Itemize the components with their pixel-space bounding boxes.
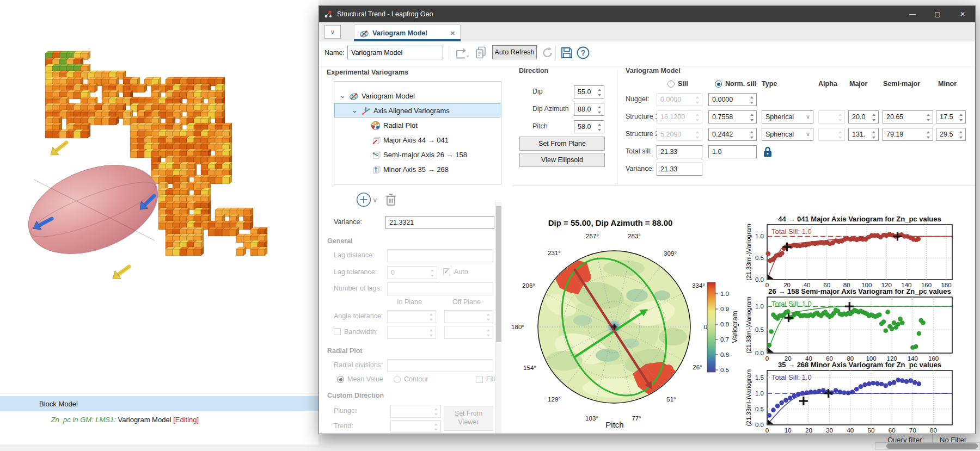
structure1-semi-major-field[interactable]: 20.65 bbox=[883, 110, 933, 123]
lag-tolerance-field: 0 bbox=[387, 266, 437, 279]
total-sill-field[interactable]: 21.33 bbox=[657, 145, 702, 158]
structure2-norm-field[interactable]: 0.2442 bbox=[708, 128, 757, 141]
tree-item-label[interactable]: Variogram Model bbox=[362, 92, 415, 100]
name-input[interactable] bbox=[347, 46, 443, 59]
structure2-semi-major-field[interactable]: 79.19 bbox=[883, 128, 933, 141]
sill-radio-label[interactable]: Sill bbox=[678, 80, 688, 88]
svg-text:100: 100 bbox=[866, 355, 876, 362]
set-from-plane-button[interactable]: Set From Plane bbox=[519, 137, 605, 151]
structure1-norm-field[interactable]: 0.7558 bbox=[708, 110, 757, 123]
nugget-norm-field[interactable]: 0.0000 bbox=[708, 93, 757, 106]
svg-text:44 → 041 Major Axis Variogram: 44 → 041 Major Axis Variogram for Zn_pc … bbox=[778, 215, 941, 223]
vertical-scrollbar-thumb[interactable] bbox=[496, 206, 501, 342]
structure2-major-field[interactable]: 131. bbox=[848, 128, 879, 141]
variogram-model-icon bbox=[359, 29, 369, 38]
mean-value-label: Mean Value bbox=[347, 375, 383, 383]
variance-field[interactable]: 21.3321 bbox=[385, 216, 494, 229]
add-dropdown-chevron-icon[interactable]: ∨ bbox=[372, 197, 378, 203]
number-of-lags-label: Number of lags: bbox=[334, 285, 382, 292]
norm-sill-radio[interactable] bbox=[715, 81, 722, 88]
svg-text:26°: 26° bbox=[693, 364, 702, 370]
structure1-type-dropdown[interactable]: Spherical∨ bbox=[762, 110, 813, 123]
svg-text:26 → 158 Semi-major Axis Vario: 26 → 158 Semi-major Axis Variogram for Z… bbox=[768, 287, 951, 295]
scene-item-label[interactable]: Block Model bbox=[39, 400, 78, 408]
radial-plot-section-header: Radial Plot bbox=[327, 347, 363, 355]
svg-text:0.6: 0.6 bbox=[720, 351, 729, 358]
view-ellipsoid-button[interactable]: View Ellipsoid bbox=[519, 153, 605, 167]
svg-text:(21.33ml-)Variogram: (21.33ml-)Variogram bbox=[745, 224, 752, 281]
scene-list-row-variogram[interactable]: Zn_pc in GM: LMS1: Variogram Model [Edit… bbox=[0, 411, 318, 428]
total-sill-label: Total sill: bbox=[626, 147, 652, 155]
svg-text:0: 0 bbox=[704, 324, 707, 330]
angle-tolerance-label: Angle tolerance: bbox=[334, 312, 383, 320]
tree-item-minor-axis[interactable]: Minor Axis 35 → 268 bbox=[371, 162, 449, 176]
lag-distance-label: Lag distance: bbox=[334, 251, 374, 259]
svg-text:0.5: 0.5 bbox=[720, 367, 729, 373]
tree-item-radial-plot[interactable]: Radial Plot bbox=[371, 118, 418, 132]
add-variogram-button[interactable] bbox=[356, 191, 372, 210]
svg-text:154°: 154° bbox=[523, 364, 536, 371]
in-plane-label: In Plane bbox=[397, 298, 422, 306]
tree-expander-icon[interactable]: ⌄ bbox=[352, 108, 358, 113]
tree-item-label[interactable]: Major Axis 44 → 041 bbox=[383, 136, 449, 144]
total-norm-sill-field[interactable]: 1.0 bbox=[708, 145, 757, 158]
tree-item-label[interactable]: Semi-major Axis 26 → 158 bbox=[383, 151, 467, 159]
svg-text:206°: 206° bbox=[522, 282, 535, 289]
horizontal-scrollbar-track[interactable] bbox=[875, 442, 980, 450]
svg-text:0.7: 0.7 bbox=[720, 336, 729, 343]
svg-text:140: 140 bbox=[901, 282, 911, 288]
svg-text:1.0: 1.0 bbox=[755, 303, 764, 310]
tab-list-dropdown-button[interactable]: ∨ bbox=[324, 25, 341, 39]
dip-azimuth-field[interactable]: 88.0 bbox=[574, 103, 604, 116]
structure2-type-dropdown[interactable]: Spherical∨ bbox=[762, 128, 813, 141]
tree-item-label[interactable]: Axis Aligned Variograms bbox=[373, 107, 450, 115]
variance-label: Variance: bbox=[334, 218, 362, 226]
svg-text:1.0: 1.0 bbox=[755, 233, 764, 239]
maximize-button[interactable]: ▢ bbox=[925, 6, 950, 22]
vertical-scrollbar-track[interactable] bbox=[495, 202, 501, 434]
dialog-titlebar[interactable]: Structural Trend - Leapfrog Geo — ▢ ✕ bbox=[319, 6, 975, 22]
contour-radio bbox=[394, 376, 401, 383]
svg-text:Total Sill: 1.0: Total Sill: 1.0 bbox=[771, 300, 812, 308]
structure1-minor-field[interactable]: 17.5 bbox=[936, 110, 966, 123]
structure1-major-field[interactable]: 20.0 bbox=[848, 110, 879, 123]
close-button[interactable]: ✕ bbox=[950, 6, 975, 22]
undo-icon[interactable] bbox=[540, 45, 555, 63]
lag-distance-field bbox=[387, 249, 493, 262]
norm-sill-radio-label[interactable]: Norm. sill bbox=[725, 80, 756, 88]
export-icon[interactable] bbox=[454, 46, 469, 62]
tree-item-variogram-model[interactable]: ⌄ Variogram Model bbox=[340, 89, 415, 103]
tree-item-axis-aligned-variograms[interactable]: ⌄ Axis Aligned Variograms bbox=[352, 103, 450, 118]
sill-radio[interactable] bbox=[667, 81, 675, 88]
tree-item-label[interactable]: Radial Plot bbox=[383, 121, 418, 129]
tree-item-label[interactable]: Minor Axis 35 → 268 bbox=[383, 165, 449, 174]
save-icon[interactable] bbox=[559, 45, 574, 63]
dip-field[interactable]: 55.0 bbox=[574, 85, 604, 98]
svg-text:60: 60 bbox=[889, 427, 896, 434]
help-icon[interactable]: ? bbox=[575, 45, 591, 63]
svg-text:180: 180 bbox=[941, 282, 951, 288]
minimize-button[interactable]: — bbox=[900, 6, 925, 22]
svg-text:140: 140 bbox=[908, 355, 918, 362]
general-section-header: General bbox=[327, 237, 353, 245]
svg-text:40: 40 bbox=[804, 282, 811, 288]
svg-text:100: 100 bbox=[861, 282, 872, 288]
lock-icon[interactable] bbox=[762, 146, 773, 160]
tree-item-semi-major-axis[interactable]: Semi-major Axis 26 → 158 bbox=[371, 147, 467, 162]
tab-close-icon[interactable]: ✕ bbox=[450, 30, 455, 37]
chevron-down-icon: ∨ bbox=[806, 113, 810, 120]
structure2-minor-field[interactable]: 29.5 bbox=[936, 128, 966, 141]
svg-text:1.5: 1.5 bbox=[755, 374, 764, 381]
scene-3d-viewport[interactable] bbox=[0, 0, 318, 444]
pitch-field[interactable]: 58.0 bbox=[574, 120, 604, 133]
tree-item-major-axis[interactable]: Major Axis 44 → 041 bbox=[371, 133, 449, 147]
horizontal-scrollbar-thumb[interactable] bbox=[886, 443, 978, 449]
auto-refresh-button[interactable]: Auto Refresh bbox=[492, 45, 537, 59]
direction-header: Direction bbox=[519, 67, 548, 75]
svg-text:120: 120 bbox=[887, 355, 897, 362]
model-variance-field[interactable]: 21.33 bbox=[657, 163, 702, 176]
svg-text:Dip = 55.00, Dip Azimuth = 88.: Dip = 55.00, Dip Azimuth = 88.00 bbox=[548, 218, 673, 227]
delete-icon[interactable] bbox=[383, 191, 399, 210]
copy-statistics-icon[interactable] bbox=[473, 45, 488, 63]
tree-expander-icon[interactable]: ⌄ bbox=[340, 93, 346, 98]
